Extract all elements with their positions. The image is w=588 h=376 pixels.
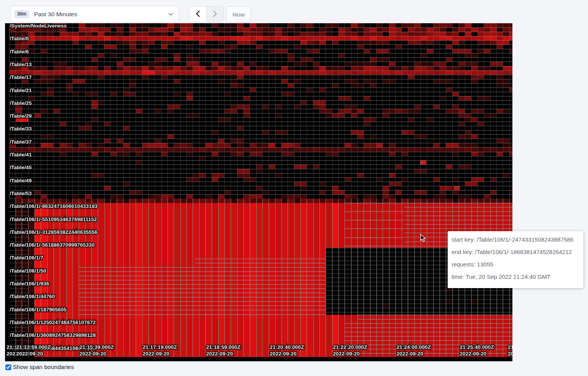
tooltip-end-key: end key: /Table/106/1/-18683814745282642… [452,249,579,255]
keyvis-canvas[interactable] [5,23,512,361]
chevron-down-icon [168,13,173,16]
tooltip-time: time: Tue, 20 Sep 2022 21:24:40 GMT [452,273,579,280]
chevron-right-icon [213,10,217,18]
prev-interval-button[interactable] [190,7,206,22]
tooltip-start-key: start key: /Table/106/1/-247433150824388… [452,236,579,243]
range-badge: 30m [14,10,29,18]
now-button[interactable]: Now [226,6,251,22]
span-boundaries-row: Show span boundaries [5,364,74,371]
tooltip-requests: requests: 13055 [452,261,579,268]
show-span-boundaries-label: Show span boundaries [13,364,74,371]
time-nav-group [189,6,224,22]
chevron-left-icon [196,10,200,18]
key-visualizer [5,23,512,361]
cell-tooltip: start key: /Table/106/1/-247433150824388… [448,231,583,288]
time-range-select[interactable]: 30m Past 30 Minutes [10,6,179,22]
range-label: Past 30 Minutes [34,11,77,18]
next-interval-button[interactable] [207,7,223,22]
show-span-boundaries-checkbox[interactable] [5,364,11,370]
